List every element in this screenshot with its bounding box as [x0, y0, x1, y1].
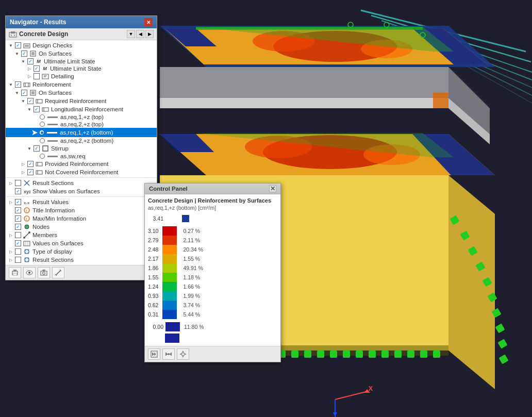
line-as1-top: [47, 116, 58, 118]
expand-on-surfaces-2[interactable]: ▼: [14, 90, 20, 96]
expand-reinforcement[interactable]: ▼: [8, 81, 14, 88]
checkbox-show-values[interactable]: [15, 188, 21, 194]
nav-next-btn[interactable]: ▶: [145, 30, 154, 38]
checkbox-values-surfaces[interactable]: [15, 240, 21, 246]
tree-item-members[interactable]: ▷ Members: [6, 231, 157, 239]
checkbox-provided[interactable]: [27, 161, 34, 167]
tree-item-detailing[interactable]: ▷ Detailing: [6, 72, 157, 80]
checkbox-detailing[interactable]: [34, 73, 40, 79]
expand-uls-2[interactable]: ▷: [26, 65, 32, 72]
expand-required[interactable]: ▼: [20, 98, 26, 104]
svg-rect-90: [31, 91, 35, 94]
icon-detailing: [42, 73, 49, 80]
tree-item-longitudinal[interactable]: ▼ Longitudinal Reinforcement: [6, 105, 157, 113]
tree-item-maxmin-info[interactable]: i Max/Min Information: [6, 214, 157, 223]
checkbox-uls-2[interactable]: [34, 65, 40, 72]
icon-on-surfaces-2: [29, 89, 37, 96]
tree-item-result-sections[interactable]: ▷ Result Sections: [6, 179, 157, 187]
nav-expand-btn[interactable]: ▼: [127, 30, 135, 38]
checkbox-reinforcement[interactable]: [15, 81, 21, 88]
cp-footer-btn-2[interactable]: [162, 348, 175, 360]
checkbox-nodes[interactable]: [15, 224, 21, 230]
expand-design-checks[interactable]: ▼: [8, 42, 14, 48]
radio-as2-bottom[interactable]: [40, 138, 45, 143]
expand-not-covered[interactable]: ▷: [20, 169, 26, 175]
tree-item-uls-1[interactable]: ▼ M Ultimate Limit State: [6, 58, 157, 65]
checkbox-stirrup[interactable]: [34, 145, 40, 152]
checkbox-result-sections-2[interactable]: [15, 257, 21, 263]
checkbox-on-surfaces-1[interactable]: [21, 51, 27, 57]
checkbox-required[interactable]: [27, 98, 34, 104]
checkbox-type-display[interactable]: [15, 248, 21, 255]
toolbar-btn-2[interactable]: [23, 267, 36, 278]
svg-point-122: [28, 258, 29, 259]
expand-result-sections[interactable]: ▷: [8, 180, 14, 186]
checkbox-result-sections[interactable]: [15, 180, 21, 186]
checkbox-result-values[interactable]: [15, 199, 21, 205]
radio-as2-top[interactable]: [40, 122, 45, 127]
expand-type-display[interactable]: ▷: [8, 248, 14, 255]
expand-on-surfaces-1[interactable]: ▼: [14, 51, 20, 57]
tree-item-reinforcement[interactable]: ▼ Reinforcement: [6, 80, 157, 89]
tree-item-stirrup[interactable]: ▼ Stirrup: [6, 144, 157, 153]
tree-item-provided-reinforcement[interactable]: ▷ Provided Reinforcement: [6, 160, 157, 168]
legend-val-1: 2.79: [148, 236, 158, 245]
checkbox-maxmin[interactable]: [15, 215, 21, 222]
tree-item-design-checks[interactable]: ▼ Design Checks: [6, 41, 157, 49]
checkbox-not-covered[interactable]: [27, 169, 34, 175]
cp-footer-icons: [148, 348, 189, 360]
tree-item-title-info[interactable]: i Title Information: [6, 206, 157, 214]
nav-toolbar: [6, 265, 157, 280]
navigator-titlebar: Navigator - Results ✕: [6, 16, 157, 28]
tree-item-nodes[interactable]: Nodes: [6, 223, 157, 231]
navigator-close-button[interactable]: ✕: [144, 18, 153, 26]
tree-item-result-values[interactable]: ▷ x.x Result Values: [6, 198, 157, 206]
radio-sw[interactable]: [40, 154, 45, 159]
expand-longitudinal[interactable]: ▼: [26, 106, 32, 112]
tree-item-as-req-1-z-bottom[interactable]: ➤ as,req,1,+z (bottom): [6, 128, 157, 137]
checkbox-members[interactable]: [15, 232, 21, 238]
tree-item-required-reinforcement[interactable]: ▼ Required Reinforcement: [6, 97, 157, 105]
tree-item-type-display[interactable]: ▷ Type of display: [6, 247, 157, 256]
tree-item-values-on-surfaces[interactable]: Values on Surfaces: [6, 239, 157, 247]
checkbox-title-info[interactable]: [15, 207, 21, 213]
tree-item-as-req-2-z-top[interactable]: as,req,2,+z (top): [6, 121, 157, 128]
cp-footer-btn-3[interactable]: [177, 348, 189, 360]
toolbar-btn-1[interactable]: [9, 267, 21, 278]
expand-members[interactable]: ▷: [8, 232, 14, 238]
tree-item-uls-2[interactable]: ▷ M Ultimate Limit State: [6, 65, 157, 72]
tree-item-not-covered[interactable]: ▷ Not Covered Reinforcement: [6, 168, 157, 176]
toolbar-btn-4[interactable]: [52, 267, 64, 278]
expand-detailing[interactable]: ▷: [26, 73, 32, 79]
toolbar-btn-3[interactable]: [38, 267, 50, 278]
cp-footer-btn-1[interactable]: [148, 348, 160, 360]
checkbox-longitudinal[interactable]: [34, 106, 40, 112]
bottom-swatch: [165, 322, 180, 331]
tree-item-result-sections-2[interactable]: ▷ Result Sections: [6, 256, 157, 264]
navigator-title: Navigator - Results: [10, 19, 66, 26]
expand-result-sections-2[interactable]: ▷: [8, 257, 14, 263]
label-as-req-2-z-bottom: as,req,2,+z (bottom): [60, 138, 113, 144]
svg-rect-126: [13, 270, 16, 272]
expand-uls-1[interactable]: ▼: [20, 58, 26, 64]
checkbox-on-surfaces-2[interactable]: [21, 90, 27, 96]
tree-item-as-sw-req[interactable]: as,sw,req: [6, 153, 157, 160]
radio-as1-bottom[interactable]: [39, 130, 44, 135]
cp-close-btn[interactable]: ✕: [269, 185, 276, 192]
checkbox-design-checks[interactable]: [15, 42, 21, 48]
label-on-surfaces-2: On Surfaces: [39, 90, 72, 96]
radio-as1-top[interactable]: [40, 114, 45, 120]
expand-stirrup[interactable]: ▼: [26, 145, 32, 152]
tree-item-on-surfaces-2[interactable]: ▼ On Surfaces: [6, 89, 157, 97]
nav-prev-btn[interactable]: ◀: [136, 30, 144, 38]
label-reinforcement: Reinforcement: [32, 81, 71, 88]
tree-item-show-values[interactable]: xyz Show Values on Surfaces: [6, 187, 157, 195]
expand-provided[interactable]: ▷: [20, 161, 26, 167]
checkbox-uls-1[interactable]: [27, 58, 34, 64]
tree-item-as-req-2-z-bottom[interactable]: as,req,2,+z (bottom): [6, 137, 157, 144]
label-members: Members: [32, 232, 57, 238]
label-nodes: Nodes: [32, 224, 49, 230]
expand-result-values[interactable]: ▷: [8, 199, 14, 205]
tree-item-as-req-1-z-top[interactable]: as,req,1,+z (top): [6, 113, 157, 121]
tree-item-on-surfaces-1[interactable]: ▼ On Surfaces: [6, 49, 157, 58]
